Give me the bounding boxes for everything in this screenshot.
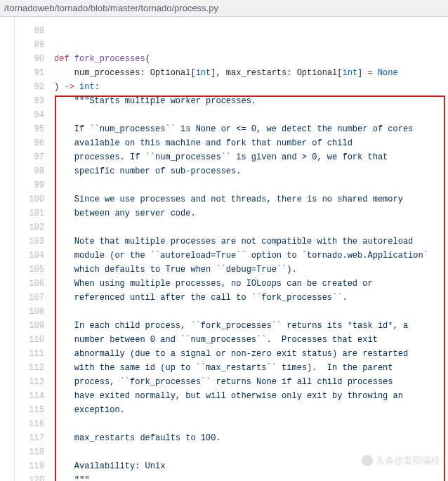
code-line: 117 max_restarts defaults to 100. xyxy=(18,431,448,445)
code-line: 116 xyxy=(18,417,448,431)
gutter-border xyxy=(14,17,15,481)
line-code: ) -> int: xyxy=(44,80,100,94)
line-code: def fork_processes( xyxy=(44,52,150,66)
code-line: 92) -> int: xyxy=(18,80,448,94)
code-line: 109 In each child process, ``fork_proces… xyxy=(18,319,448,333)
watermark: 头条@雷那编程 xyxy=(362,454,440,467)
line-number: 118 xyxy=(18,445,44,459)
line-code: available on this machine and fork that … xyxy=(44,136,353,150)
code-line: 90def fork_processes( xyxy=(18,52,448,66)
line-number: 111 xyxy=(18,347,44,361)
line-code: Since we use processes and not threads, … xyxy=(44,192,403,206)
line-number: 109 xyxy=(18,319,44,333)
line-code: abnormally (due to a signal or non-zero … xyxy=(44,347,408,361)
code-line: 115 exception. xyxy=(18,403,448,417)
line-number: 101 xyxy=(18,206,44,220)
line-number: 106 xyxy=(18,277,44,291)
code-line: 111 abnormally (due to a signal or non-z… xyxy=(18,347,448,361)
line-number: 102 xyxy=(18,220,44,235)
code-line: 110 number between 0 and ``num_processes… xyxy=(18,333,448,347)
line-number: 114 xyxy=(18,389,44,403)
code-line: 102 xyxy=(18,220,448,235)
line-number: 97 xyxy=(18,150,44,164)
line-code: """Starts multiple worker processes. xyxy=(44,94,256,108)
code-line: 94 xyxy=(18,108,448,122)
line-number: 115 xyxy=(18,403,44,417)
code-line: 101 between any server code. xyxy=(18,206,448,220)
line-number: 99 xyxy=(18,178,44,192)
code-line: 107 referenced until after the call to `… xyxy=(18,291,448,305)
code-line: 108 xyxy=(18,305,448,319)
breadcrumb-path: /tornadoweb/tornado/blob/master/tornado/… xyxy=(0,0,448,17)
line-number: 98 xyxy=(18,164,44,178)
line-code: referenced until after the call to ``for… xyxy=(44,291,348,305)
line-code: specific number of sub-processes. xyxy=(44,164,241,178)
watermark-badge-icon xyxy=(362,455,373,466)
line-number: 110 xyxy=(18,333,44,347)
line-code: module (or the ``autoreload=True`` optio… xyxy=(44,249,428,263)
code-viewer: 888990def fork_processes(91 num_processe… xyxy=(0,17,448,481)
line-number: 119 xyxy=(18,459,44,473)
line-number: 107 xyxy=(18,291,44,305)
line-code: which defaults to True when ``debug=True… xyxy=(44,263,297,277)
line-code: number between 0 and ``num_processes``. … xyxy=(44,333,378,347)
line-number: 116 xyxy=(18,417,44,431)
code-line: 112 with the same id (up to ``max_restar… xyxy=(18,361,448,375)
line-number: 104 xyxy=(18,249,44,263)
code-line: 98 specific number of sub-processes. xyxy=(18,164,448,178)
line-code: """ xyxy=(44,473,89,481)
code-line: 88 xyxy=(18,24,448,38)
code-line: 93 """Starts multiple worker processes. xyxy=(18,94,448,108)
code-line: 114 have exited normally, but will other… xyxy=(18,389,448,403)
line-number: 93 xyxy=(18,94,44,108)
code-line: 106 When using multiple processes, no IO… xyxy=(18,277,448,291)
line-code: Availability: Unix xyxy=(44,459,165,473)
url-path-text: /tornadoweb/tornado/blob/master/tornado/… xyxy=(4,3,218,13)
code-line: 91 num_processes: Optional[int], max_res… xyxy=(18,66,448,80)
line-number: 94 xyxy=(18,108,44,122)
line-number: 92 xyxy=(18,80,44,94)
line-number: 89 xyxy=(18,38,44,52)
code-line: 100 Since we use processes and not threa… xyxy=(18,192,448,206)
line-code: processes. If ``num_processes`` is given… xyxy=(44,150,388,164)
code-line: 113 process, ``fork_processes`` returns … xyxy=(18,375,448,389)
line-code: with the same id (up to ``max_restarts``… xyxy=(44,361,393,375)
line-code: have exited normally, but will otherwise… xyxy=(44,389,403,403)
line-code: process, ``fork_processes`` returns None… xyxy=(44,375,393,389)
line-code: between any server code. xyxy=(44,206,196,220)
code-line: 120 """ xyxy=(18,473,448,481)
line-code: In each child process, ``fork_processes`… xyxy=(44,319,408,333)
code-line: 96 available on this machine and fork th… xyxy=(18,136,448,150)
code-line: 95 If ``num_processes`` is None or <= 0,… xyxy=(18,122,448,136)
code-line: 103 Note that multiple processes are not… xyxy=(18,235,448,249)
code-line: 104 module (or the ``autoreload=True`` o… xyxy=(18,249,448,263)
line-code: When using multiple processes, no IOLoop… xyxy=(44,277,373,291)
line-code: If ``num_processes`` is None or <= 0, we… xyxy=(44,122,413,136)
code-line: 105 which defaults to True when ``debug=… xyxy=(18,263,448,277)
line-code: num_processes: Optional[int], max_restar… xyxy=(44,66,398,80)
line-number: 113 xyxy=(18,375,44,389)
line-number: 108 xyxy=(18,305,44,319)
line-number: 103 xyxy=(18,235,44,249)
line-number: 100 xyxy=(18,192,44,206)
line-code: Note that multiple processes are not com… xyxy=(44,235,413,249)
line-number: 95 xyxy=(18,122,44,136)
line-code: exception. xyxy=(44,403,125,417)
code-line: 99 xyxy=(18,178,448,192)
code-line: 89 xyxy=(18,38,448,52)
line-number: 105 xyxy=(18,263,44,277)
line-number: 91 xyxy=(18,66,44,80)
code-lines: 888990def fork_processes(91 num_processe… xyxy=(0,17,448,481)
line-code: max_restarts defaults to 100. xyxy=(44,431,221,445)
line-number: 117 xyxy=(18,431,44,445)
line-number: 90 xyxy=(18,52,44,66)
code-line: 97 processes. If ``num_processes`` is gi… xyxy=(18,150,448,164)
line-number: 96 xyxy=(18,136,44,150)
line-number: 120 xyxy=(18,473,44,481)
watermark-text: 头条@雷那编程 xyxy=(376,454,440,467)
line-number: 112 xyxy=(18,361,44,375)
line-number: 88 xyxy=(18,24,44,38)
